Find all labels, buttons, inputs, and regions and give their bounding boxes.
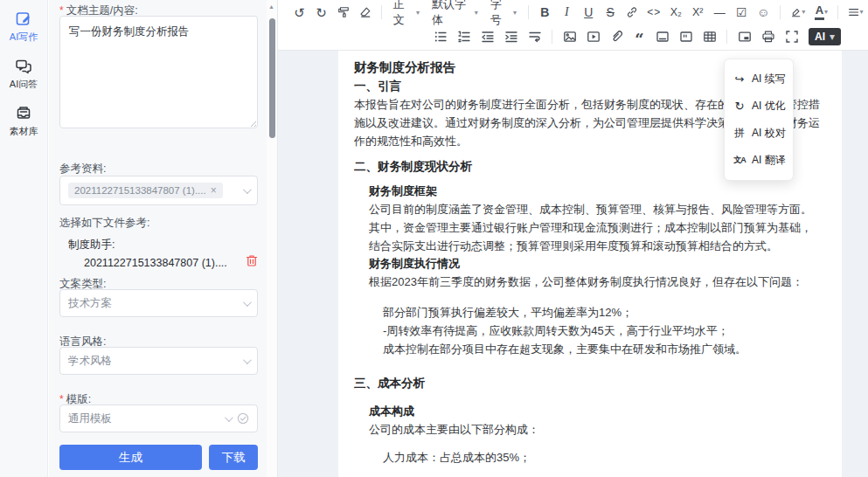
topic-input[interactable]: 写一份财务制度分析报告	[59, 16, 258, 128]
eraser-icon[interactable]	[358, 3, 373, 22]
ai-continue-icon: ↪	[733, 73, 746, 86]
writing-settings-panel: *文档主题/内容: 写一份财务制度分析报告 参考资料: 202112271513…	[49, 0, 267, 477]
sidebar-item-ai-writing[interactable]: AI写作	[0, 10, 47, 44]
menu-item-ai-proofread[interactable]: 拼 AI 校对	[730, 120, 788, 147]
ai-dropdown-button[interactable]: AI▾	[809, 28, 841, 45]
copy-type-select[interactable]: 技术方案	[59, 289, 258, 317]
video-icon[interactable]	[585, 27, 602, 46]
superscript-button[interactable]: X²	[690, 3, 705, 22]
menu-item-ai-optimize[interactable]: ↻ AI 优化	[730, 93, 788, 120]
blockquote-icon[interactable]: “	[632, 27, 648, 46]
scroll-up-arrow[interactable]: ▲	[268, 3, 274, 10]
doc-list-item: 部分部门预算执行偏差较大，平均偏差率为12%；	[383, 303, 826, 321]
align-icon[interactable]: ▾	[846, 3, 865, 22]
divider-block-icon[interactable]	[654, 27, 671, 46]
font-family-dropdown[interactable]: 默认字体▾	[432, 0, 478, 28]
subscript-button[interactable]: X₂	[668, 3, 684, 22]
caret-down-icon: ▾	[830, 31, 835, 43]
image-icon[interactable]	[561, 27, 579, 46]
inline-code-button[interactable]: <>	[646, 3, 662, 22]
redo-icon[interactable]: ↻	[314, 3, 330, 22]
doc-paragraph-line: 其中，资金管理主要通过银行账户管理和现金流预测进行；成本控制以部门预算为基础，	[369, 218, 826, 237]
code-block-icon[interactable]	[677, 27, 695, 46]
attachment-icon[interactable]	[608, 27, 626, 46]
highlight-pen-icon[interactable]: ▾	[788, 3, 807, 22]
sidebar-item-library[interactable]: 素材库	[0, 105, 47, 138]
paragraph-style-dropdown[interactable]: 正文▾	[393, 0, 420, 28]
font-size-dropdown[interactable]: 字号▾	[490, 0, 517, 28]
strikethrough-button[interactable]: S	[602, 3, 618, 22]
template-select[interactable]: 通用模板	[59, 404, 258, 432]
bullet-list-icon[interactable]	[432, 27, 449, 46]
ai-dropdown-menu: ↪ AI 续写 ↻ AI 优化 拼 AI 校对 文A AI 翻译	[724, 59, 794, 181]
doc-heading-framework: 财务制度框架	[369, 183, 826, 200]
link-icon[interactable]	[624, 3, 640, 22]
todo-checkbox-icon[interactable]: ☑	[733, 3, 749, 22]
outdent-icon[interactable]	[479, 27, 496, 46]
doc-list-item: 成本控制在部分项目中存在超支现象，主要集中在研发和市场推广领域。	[383, 340, 826, 358]
reference-label: 参考资料:	[59, 162, 258, 176]
first-line-indent-icon[interactable]	[526, 27, 544, 46]
italic-button[interactable]: I	[559, 3, 574, 22]
sidebar-item-ai-qa[interactable]: AI问答	[0, 58, 47, 91]
sidebar-item-label: AI写作	[10, 31, 38, 44]
tag-remove-icon[interactable]: ×	[211, 185, 217, 196]
table-icon[interactable]	[701, 27, 719, 46]
menu-item-ai-translate[interactable]: 文A AI 翻译	[730, 147, 788, 174]
indent-icon[interactable]	[503, 27, 520, 46]
doc-list-item: 人力成本：占总成本的35%；	[383, 448, 826, 467]
reference-file-name: 2021122715133847807 (1)....	[59, 257, 246, 269]
file-section-label: 选择如下文件参考:	[59, 216, 258, 231]
caret-down-icon: ▾	[475, 9, 478, 17]
ai-proofread-icon: 拼	[733, 126, 746, 141]
format-painter-icon[interactable]	[336, 3, 351, 22]
print-icon[interactable]	[760, 27, 777, 46]
language-style-select[interactable]: 学术风格	[59, 347, 258, 375]
library-icon	[15, 105, 32, 122]
caret-down-icon: ▾	[513, 9, 517, 17]
emoji-icon[interactable]: ☺	[755, 3, 771, 22]
horizontal-rule-icon[interactable]: —	[712, 3, 727, 22]
sidebar-item-label: 素材库	[10, 125, 38, 138]
editor-area: ↺ ↻ 正文▾ 默认字体▾	[278, 0, 868, 477]
ordered-list-icon[interactable]	[455, 27, 473, 46]
embed-icon[interactable]	[736, 27, 753, 46]
ai-translate-icon: 文A	[733, 155, 746, 166]
caret-down-icon: ▾	[416, 9, 420, 17]
delete-file-button[interactable]	[246, 254, 258, 271]
required-asterisk: *	[59, 4, 64, 17]
underline-button[interactable]: U	[580, 3, 596, 22]
doc-paragraph-line: 公司目前的制度涵盖了资金管理、成本控制、预算管理、核算与报告、风险管理等方面。	[369, 200, 826, 218]
doc-heading-cost: 三、成本分析	[354, 374, 826, 392]
doc-heading-cost-structure: 成本构成	[369, 403, 826, 420]
nav-rail: AI写作 AI问答 素材库	[0, 0, 48, 477]
generate-button[interactable]: 生成	[59, 445, 202, 470]
menu-item-ai-continue[interactable]: ↪ AI 续写	[730, 66, 788, 93]
doc-paragraph-line: 公司的成本主要由以下部分构成：	[369, 420, 826, 439]
download-button[interactable]: 下载	[209, 445, 258, 470]
reference-select[interactable]: 2021122715133847807 (1).... ×	[59, 176, 258, 205]
caret-down-icon: ▾	[859, 9, 863, 16]
scrollbar-thumb[interactable]	[269, 18, 275, 138]
chevron-down-icon	[243, 356, 252, 364]
fullscreen-icon[interactable]	[783, 27, 801, 46]
reference-tag: 2021122715133847807 (1).... ×	[68, 183, 223, 198]
editor-toolbar: ↺ ↻ 正文▾ 默认字体▾	[278, 0, 868, 51]
required-asterisk: *	[59, 393, 64, 405]
trash-icon	[246, 254, 258, 267]
caret-down-icon: ▾	[824, 9, 828, 16]
chevron-down-icon	[225, 413, 233, 422]
sidebar-item-label: AI问答	[10, 78, 38, 91]
app-root: AI写作 AI问答 素材库 *文档主题/内容: 写一份财务制度分析报	[0, 0, 868, 477]
caret-down-icon: ▾	[802, 9, 805, 16]
chevron-down-icon	[243, 185, 252, 194]
doc-heading-execution: 财务制度执行情况	[369, 255, 826, 273]
doc-paragraph-line: 结合实际支出进行动态调整；预算管理则采用年度预算和滚动预算相结合的方式。	[369, 237, 826, 255]
bold-button[interactable]: B	[537, 3, 552, 22]
font-color-icon[interactable]: A▾	[813, 3, 829, 22]
chevron-down-icon	[243, 298, 252, 307]
undo-icon[interactable]: ↺	[292, 3, 308, 22]
doc-list-item: -周转效率有待提高，应收账款周转天数为45天，高于行业平均水平；	[383, 321, 826, 340]
doc-paragraph-line: 根据2023年前三季度的财务数据，公司整体财务制度执行情况良好，但存在以下问题：	[369, 273, 826, 291]
panel-scrollbar: ▲	[267, 0, 278, 477]
